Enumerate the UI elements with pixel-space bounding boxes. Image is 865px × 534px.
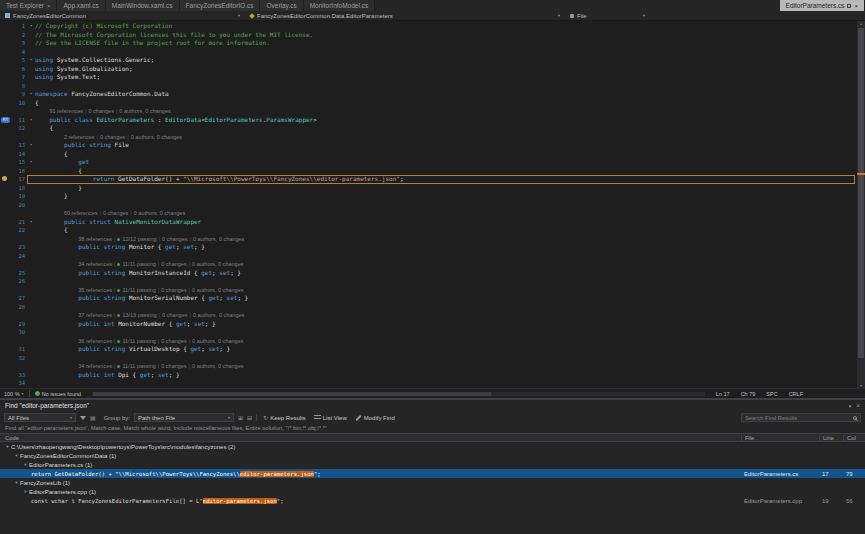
- glyph-margin[interactable]: [0, 167, 10, 176]
- code-line[interactable]: 5▾using System.Collections.Generic;: [0, 56, 857, 65]
- code-line[interactable]: 6using System.Globalization;: [0, 65, 857, 74]
- find-result-row[interactable]: return GetDataFolder() + "\\Microsoft\\P…: [0, 469, 865, 478]
- code-line[interactable]: 8: [0, 82, 857, 91]
- codelens-link[interactable]: 37 references: [78, 311, 112, 320]
- lightbulb-icon[interactable]: [2, 176, 7, 181]
- find-group-row[interactable]: ▾EditorParameters.cs (1): [0, 460, 865, 469]
- codelens-link[interactable]: 13/13 passing: [117, 311, 156, 320]
- glyph-margin[interactable]: [0, 65, 10, 74]
- glyph-margin[interactable]: [0, 354, 10, 363]
- code-editor[interactable]: 1▾// Copyright (c) Microsoft Corporation…: [0, 21, 865, 388]
- codelens-link[interactable]: 0 changes: [162, 311, 187, 320]
- codelens-link[interactable]: 11/11 passing: [117, 337, 155, 346]
- code-line[interactable]: 16 {: [0, 167, 857, 176]
- find-panel-title-bar[interactable]: Find "editor-parameters.json" ▾ ×: [0, 400, 865, 411]
- glyph-margin[interactable]: [0, 192, 10, 201]
- scrollbar-thumb[interactable]: [93, 392, 491, 396]
- code-line[interactable]: 26: [0, 277, 857, 286]
- code-line[interactable]: 1▾// Copyright (c) Microsoft Corporation: [0, 22, 857, 31]
- codelens-link[interactable]: 11/11 passing: [117, 362, 155, 371]
- glyph-margin[interactable]: [0, 277, 10, 286]
- scrollbar-thumb[interactable]: [858, 28, 864, 358]
- glyph-margin[interactable]: [0, 124, 10, 133]
- glyph-margin[interactable]: [0, 31, 10, 40]
- type-dropdown[interactable]: FancyZonesEditorCommon.Data.EditorParame…: [245, 11, 565, 20]
- glyph-margin[interactable]: [0, 226, 10, 235]
- codelens-link[interactable]: 36 references: [78, 337, 112, 346]
- expander-icon[interactable]: ▾: [22, 489, 29, 494]
- code-line[interactable]: 27 public string MonitorSerialNumber { g…: [0, 294, 857, 303]
- codelens-link[interactable]: 0 authors, 0 changes: [134, 209, 185, 218]
- codelens-indicator[interactable]: 35 references|11/11 passing|0 changes|0 …: [0, 286, 857, 295]
- glyph-margin[interactable]: [0, 294, 10, 303]
- glyph-margin[interactable]: [0, 56, 10, 65]
- glyph-margin[interactable]: [0, 243, 10, 252]
- glyph-margin[interactable]: [0, 218, 10, 227]
- codelens-link[interactable]: 0 authors, 0 changes: [119, 107, 170, 116]
- codelens-indicator[interactable]: 34 references|11/11 passing|0 changes|0 …: [0, 260, 857, 269]
- codelens-link[interactable]: 0 changes: [103, 209, 128, 218]
- glyph-margin[interactable]: [0, 158, 10, 167]
- fold-chevron-icon[interactable]: ▾: [27, 90, 35, 99]
- codelens-link[interactable]: 34 references: [78, 362, 112, 371]
- find-group-row[interactable]: ▾EditorParameters.cpp (1): [0, 487, 865, 496]
- glyph-margin[interactable]: [0, 345, 10, 354]
- search-input[interactable]: [745, 415, 851, 421]
- document-tab[interactable]: App.xaml.cs: [57, 0, 105, 11]
- window-position-icon[interactable]: ▾: [849, 403, 852, 409]
- glyph-margin[interactable]: [0, 320, 10, 329]
- code-line[interactable]: 10{: [0, 99, 857, 108]
- code-line[interactable]: 29 public int MonitorNumber { get; set; …: [0, 320, 857, 329]
- line-column-header[interactable]: Line: [819, 435, 843, 441]
- close-icon[interactable]: ×: [856, 402, 860, 409]
- fold-chevron-icon[interactable]: ▾: [27, 116, 35, 125]
- fold-chevron-icon[interactable]: ▾: [27, 56, 35, 65]
- code-line[interactable]: RT11▾ public class EditorParameters : Ed…: [0, 116, 857, 125]
- scroll-up-arrow-icon[interactable]: ▴: [857, 21, 865, 26]
- code-line[interactable]: 22 {: [0, 226, 857, 235]
- fold-chevron-icon[interactable]: ▾: [27, 158, 35, 167]
- codelens-indicator[interactable]: 36 references|11/11 passing|0 changes|0 …: [0, 337, 857, 346]
- codelens-link[interactable]: 0 changes: [162, 235, 187, 244]
- document-tab[interactable]: MonitorInfoModel.cs: [304, 0, 376, 11]
- document-tab[interactable]: Overlay.cs: [260, 0, 303, 11]
- code-line[interactable]: 14 {: [0, 150, 857, 159]
- expander-icon[interactable]: ▾: [22, 462, 29, 467]
- glyph-margin[interactable]: [0, 39, 10, 48]
- codelens-link[interactable]: 34 references: [78, 260, 112, 269]
- find-group-row[interactable]: ▾FancyZonesLib (1): [0, 478, 865, 487]
- fold-chevron-icon[interactable]: ▾: [27, 141, 35, 150]
- close-icon[interactable]: ×: [47, 3, 51, 9]
- codelens-link[interactable]: 11/11 passing: [117, 260, 155, 269]
- code-line[interactable]: 32: [0, 354, 857, 363]
- glyph-margin[interactable]: [0, 82, 10, 91]
- codelens-link[interactable]: 60 references: [64, 209, 98, 218]
- codelens-link[interactable]: 0 changes: [89, 107, 114, 116]
- codelens-link[interactable]: 0 authors, 0 changes: [192, 337, 243, 346]
- list-view-button[interactable]: List View: [312, 415, 349, 421]
- keep-results-button[interactable]: ↻ Keep Results: [261, 415, 308, 421]
- codelens-link[interactable]: 38 references: [78, 235, 112, 244]
- glyph-margin[interactable]: [0, 184, 10, 193]
- code-line[interactable]: 17 return GetDataFolder() + "\\Microsoft…: [0, 175, 857, 184]
- glyph-margin[interactable]: [0, 48, 10, 57]
- codelens-link[interactable]: 0 changes: [100, 133, 125, 142]
- codelens-indicator[interactable]: 60 references|0 changes|0 authors, 0 cha…: [0, 209, 857, 218]
- group-by-dropdown[interactable]: Path then File ▾: [134, 413, 234, 422]
- code-line[interactable]: 34: [0, 379, 857, 388]
- codelens-link[interactable]: 0 authors, 0 changes: [192, 260, 243, 269]
- codelens-link[interactable]: 12/12 passing: [117, 235, 156, 244]
- codelens-link[interactable]: 2 references: [64, 133, 95, 142]
- codelens-link[interactable]: 0 authors, 0 changes: [131, 133, 182, 142]
- code-line[interactable]: 7using System.Text;: [0, 73, 857, 82]
- glyph-margin[interactable]: [0, 150, 10, 159]
- codelens-link[interactable]: 0 authors, 0 changes: [193, 235, 244, 244]
- glyph-margin[interactable]: [0, 99, 10, 108]
- codelens-link[interactable]: 0 changes: [161, 286, 186, 295]
- code-line[interactable]: 13▾ public string File: [0, 141, 857, 150]
- editor-horizontal-scrollbar[interactable]: [92, 392, 705, 396]
- document-tab[interactable]: Test Explorer×: [0, 0, 57, 11]
- codelens-link[interactable]: 0 changes: [161, 337, 186, 346]
- find-result-row[interactable]: const wchar_t FancyZonesEditorParameters…: [0, 496, 865, 505]
- glyph-margin[interactable]: [0, 269, 10, 278]
